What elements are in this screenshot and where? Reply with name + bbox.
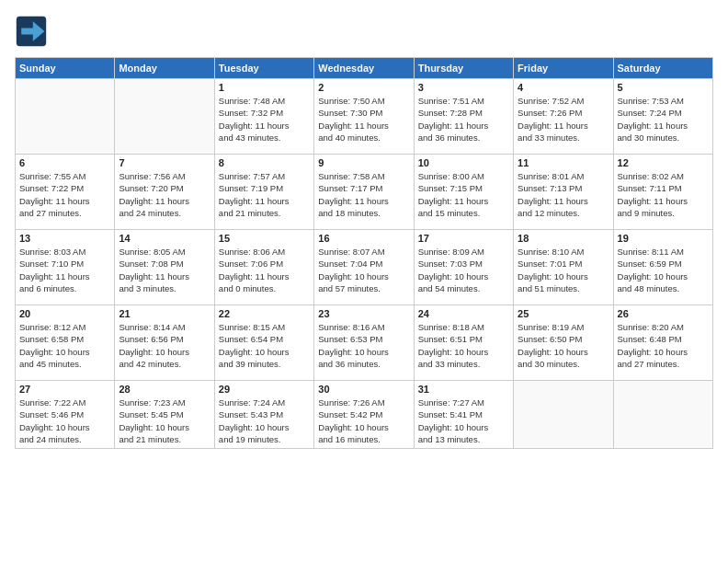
day-info: Sunrise: 7:23 AM Sunset: 5:45 PM Dayligh… bbox=[119, 396, 210, 445]
page: SundayMondayTuesdayWednesdayThursdayFrid… bbox=[0, 0, 728, 563]
calendar-cell: 5Sunrise: 7:53 AM Sunset: 7:24 PM Daylig… bbox=[613, 79, 712, 155]
day-info: Sunrise: 8:07 AM Sunset: 7:04 PM Dayligh… bbox=[318, 246, 409, 294]
weekday-header-row: SundayMondayTuesdayWednesdayThursdayFrid… bbox=[16, 58, 713, 79]
calendar-cell: 29Sunrise: 7:24 AM Sunset: 5:43 PM Dayli… bbox=[214, 381, 313, 449]
calendar-week-row: 6Sunrise: 7:55 AM Sunset: 7:22 PM Daylig… bbox=[16, 155, 713, 230]
day-info: Sunrise: 7:56 AM Sunset: 7:20 PM Dayligh… bbox=[119, 170, 210, 219]
calendar-cell: 6Sunrise: 7:55 AM Sunset: 7:22 PM Daylig… bbox=[16, 155, 115, 230]
day-number: 11 bbox=[518, 157, 609, 168]
day-info: Sunrise: 7:27 AM Sunset: 5:41 PM Dayligh… bbox=[418, 396, 509, 445]
weekday-header: Sunday bbox=[16, 58, 115, 79]
calendar-cell: 11Sunrise: 8:01 AM Sunset: 7:13 PM Dayli… bbox=[514, 155, 613, 230]
day-info: Sunrise: 8:05 AM Sunset: 7:08 PM Dayligh… bbox=[119, 246, 210, 294]
calendar-cell: 7Sunrise: 7:56 AM Sunset: 7:20 PM Daylig… bbox=[115, 155, 214, 230]
day-info: Sunrise: 7:53 AM Sunset: 7:24 PM Dayligh… bbox=[618, 95, 709, 144]
day-number: 2 bbox=[318, 82, 409, 93]
day-number: 7 bbox=[119, 157, 210, 168]
calendar-cell: 20Sunrise: 8:12 AM Sunset: 6:58 PM Dayli… bbox=[16, 305, 115, 381]
calendar-cell: 12Sunrise: 8:02 AM Sunset: 7:11 PM Dayli… bbox=[613, 155, 712, 230]
calendar-cell: 16Sunrise: 8:07 AM Sunset: 7:04 PM Dayli… bbox=[314, 230, 414, 305]
calendar-cell: 23Sunrise: 8:16 AM Sunset: 6:53 PM Dayli… bbox=[314, 305, 414, 381]
day-info: Sunrise: 8:12 AM Sunset: 6:58 PM Dayligh… bbox=[19, 321, 110, 370]
calendar-cell: 24Sunrise: 8:18 AM Sunset: 6:51 PM Dayli… bbox=[414, 305, 513, 381]
logo-icon bbox=[15, 15, 48, 48]
day-info: Sunrise: 8:11 AM Sunset: 6:59 PM Dayligh… bbox=[618, 246, 709, 294]
calendar-cell: 13Sunrise: 8:03 AM Sunset: 7:10 PM Dayli… bbox=[16, 230, 115, 305]
day-number: 27 bbox=[19, 384, 110, 395]
weekday-header: Wednesday bbox=[314, 58, 414, 79]
day-info: Sunrise: 8:20 AM Sunset: 6:48 PM Dayligh… bbox=[618, 321, 709, 370]
calendar-cell: 19Sunrise: 8:11 AM Sunset: 6:59 PM Dayli… bbox=[613, 230, 712, 305]
day-info: Sunrise: 8:19 AM Sunset: 6:50 PM Dayligh… bbox=[518, 321, 609, 370]
calendar-cell: 26Sunrise: 8:20 AM Sunset: 6:48 PM Dayli… bbox=[613, 305, 712, 381]
day-info: Sunrise: 7:22 AM Sunset: 5:46 PM Dayligh… bbox=[19, 396, 110, 445]
calendar-cell: 27Sunrise: 7:22 AM Sunset: 5:46 PM Dayli… bbox=[16, 381, 115, 449]
day-info: Sunrise: 8:02 AM Sunset: 7:11 PM Dayligh… bbox=[618, 170, 709, 219]
day-number: 8 bbox=[219, 157, 310, 168]
weekday-header: Saturday bbox=[613, 58, 712, 79]
day-info: Sunrise: 7:52 AM Sunset: 7:26 PM Dayligh… bbox=[518, 95, 609, 144]
calendar-cell: 9Sunrise: 7:58 AM Sunset: 7:17 PM Daylig… bbox=[314, 155, 414, 230]
day-info: Sunrise: 7:51 AM Sunset: 7:28 PM Dayligh… bbox=[418, 95, 509, 144]
day-number: 16 bbox=[318, 233, 409, 244]
day-info: Sunrise: 7:57 AM Sunset: 7:19 PM Dayligh… bbox=[219, 170, 310, 219]
weekday-header: Monday bbox=[115, 58, 214, 79]
calendar-cell: 17Sunrise: 8:09 AM Sunset: 7:03 PM Dayli… bbox=[414, 230, 513, 305]
day-number: 23 bbox=[318, 308, 409, 319]
day-number: 9 bbox=[318, 157, 409, 168]
day-number: 13 bbox=[19, 233, 110, 244]
calendar-cell: 10Sunrise: 8:00 AM Sunset: 7:15 PM Dayli… bbox=[414, 155, 513, 230]
day-number: 10 bbox=[418, 157, 509, 168]
calendar-cell: 3Sunrise: 7:51 AM Sunset: 7:28 PM Daylig… bbox=[414, 79, 513, 155]
calendar-week-row: 20Sunrise: 8:12 AM Sunset: 6:58 PM Dayli… bbox=[16, 305, 713, 381]
day-info: Sunrise: 8:01 AM Sunset: 7:13 PM Dayligh… bbox=[518, 170, 609, 219]
day-number: 30 bbox=[318, 384, 409, 395]
day-info: Sunrise: 7:58 AM Sunset: 7:17 PM Dayligh… bbox=[318, 170, 409, 219]
day-number: 22 bbox=[219, 308, 310, 319]
calendar-cell: 22Sunrise: 8:15 AM Sunset: 6:54 PM Dayli… bbox=[214, 305, 313, 381]
calendar-cell: 8Sunrise: 7:57 AM Sunset: 7:19 PM Daylig… bbox=[214, 155, 313, 230]
day-info: Sunrise: 7:24 AM Sunset: 5:43 PM Dayligh… bbox=[219, 396, 310, 445]
calendar-cell bbox=[514, 381, 613, 449]
day-info: Sunrise: 8:18 AM Sunset: 6:51 PM Dayligh… bbox=[418, 321, 509, 370]
calendar-cell: 25Sunrise: 8:19 AM Sunset: 6:50 PM Dayli… bbox=[514, 305, 613, 381]
calendar-cell: 14Sunrise: 8:05 AM Sunset: 7:08 PM Dayli… bbox=[115, 230, 214, 305]
day-number: 14 bbox=[119, 233, 210, 244]
calendar-cell: 15Sunrise: 8:06 AM Sunset: 7:06 PM Dayli… bbox=[214, 230, 313, 305]
day-info: Sunrise: 7:55 AM Sunset: 7:22 PM Dayligh… bbox=[19, 170, 110, 219]
day-info: Sunrise: 8:00 AM Sunset: 7:15 PM Dayligh… bbox=[418, 170, 509, 219]
weekday-header: Thursday bbox=[414, 58, 513, 79]
day-info: Sunrise: 7:48 AM Sunset: 7:32 PM Dayligh… bbox=[219, 95, 310, 144]
calendar-cell: 30Sunrise: 7:26 AM Sunset: 5:42 PM Dayli… bbox=[314, 381, 414, 449]
day-number: 18 bbox=[518, 233, 609, 244]
day-info: Sunrise: 8:16 AM Sunset: 6:53 PM Dayligh… bbox=[318, 321, 409, 370]
day-info: Sunrise: 7:50 AM Sunset: 7:30 PM Dayligh… bbox=[318, 95, 409, 144]
day-number: 12 bbox=[618, 157, 709, 168]
calendar-cell: 1Sunrise: 7:48 AM Sunset: 7:32 PM Daylig… bbox=[214, 79, 313, 155]
day-info: Sunrise: 8:14 AM Sunset: 6:56 PM Dayligh… bbox=[119, 321, 210, 370]
day-number: 5 bbox=[618, 82, 709, 93]
day-number: 1 bbox=[219, 82, 310, 93]
weekday-header: Friday bbox=[514, 58, 613, 79]
day-number: 25 bbox=[518, 308, 609, 319]
day-number: 6 bbox=[19, 157, 110, 168]
day-number: 3 bbox=[418, 82, 509, 93]
day-info: Sunrise: 7:26 AM Sunset: 5:42 PM Dayligh… bbox=[318, 396, 409, 445]
day-info: Sunrise: 8:03 AM Sunset: 7:10 PM Dayligh… bbox=[19, 246, 110, 294]
weekday-header: Tuesday bbox=[214, 58, 313, 79]
logo bbox=[15, 15, 51, 48]
calendar-cell: 18Sunrise: 8:10 AM Sunset: 7:01 PM Dayli… bbox=[514, 230, 613, 305]
day-info: Sunrise: 8:06 AM Sunset: 7:06 PM Dayligh… bbox=[219, 246, 310, 294]
header bbox=[15, 15, 713, 48]
day-number: 15 bbox=[219, 233, 310, 244]
day-info: Sunrise: 8:15 AM Sunset: 6:54 PM Dayligh… bbox=[219, 321, 310, 370]
day-info: Sunrise: 8:09 AM Sunset: 7:03 PM Dayligh… bbox=[418, 246, 509, 294]
calendar-cell: 21Sunrise: 8:14 AM Sunset: 6:56 PM Dayli… bbox=[115, 305, 214, 381]
day-number: 31 bbox=[418, 384, 509, 395]
calendar-week-row: 27Sunrise: 7:22 AM Sunset: 5:46 PM Dayli… bbox=[16, 381, 713, 449]
calendar-cell bbox=[16, 79, 115, 155]
day-number: 20 bbox=[19, 308, 110, 319]
day-number: 21 bbox=[119, 308, 210, 319]
day-number: 19 bbox=[618, 233, 709, 244]
day-number: 26 bbox=[618, 308, 709, 319]
